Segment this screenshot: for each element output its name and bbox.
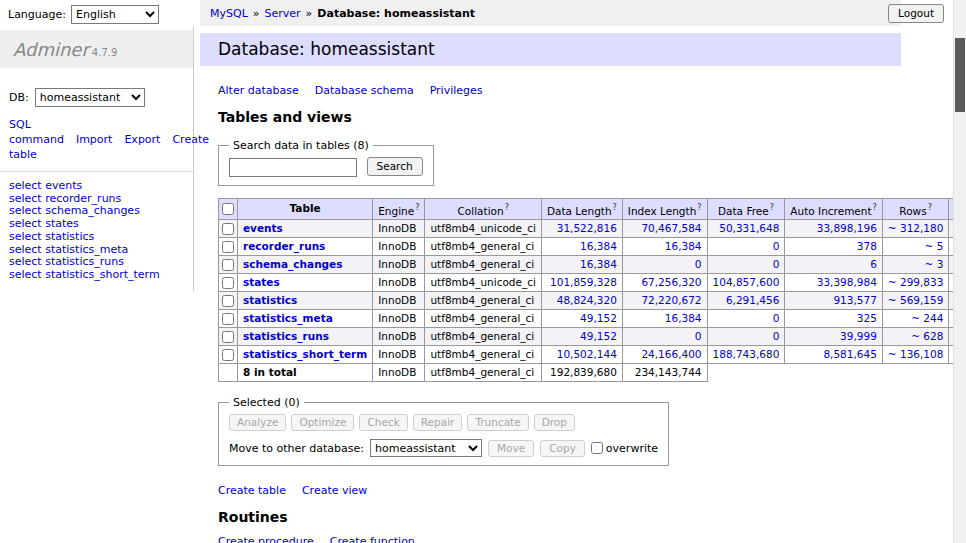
check-button[interactable]: Check — [359, 414, 407, 431]
vertical-scrollbar[interactable] — [953, 0, 966, 543]
overwrite-checkbox[interactable] — [591, 442, 603, 454]
logout-button[interactable]: Logout — [888, 4, 944, 23]
auto-increment-link[interactable]: 8,581,645 — [823, 348, 876, 360]
sidebar-action-link[interactable]: SQL command — [9, 118, 64, 146]
row-checkbox[interactable] — [222, 349, 234, 361]
auto-increment-link[interactable]: 39,999 — [840, 330, 877, 342]
sidebar-table-link[interactable]: select events — [9, 180, 184, 193]
data-length-cell: 16,384 — [541, 256, 622, 274]
table-name-link[interactable]: states — [243, 276, 280, 288]
search-button[interactable]: Search — [367, 157, 423, 176]
truncate-button[interactable]: Truncate — [467, 414, 528, 431]
table-row: statistics_metaInnoDButf8mb4_general_ci4… — [219, 310, 966, 328]
rows-cell: ~ 136,108 — [882, 346, 949, 364]
breadcrumb-link[interactable]: MySQL — [210, 7, 248, 20]
table-name-link[interactable]: statistics_meta — [243, 312, 333, 324]
data-length-cell: 49,152 — [541, 310, 622, 328]
column-header: Auto Increment? — [785, 198, 883, 220]
rows-link[interactable]: ~ 312,180 — [888, 222, 944, 234]
auto-increment-link[interactable]: 913,577 — [833, 294, 876, 306]
repair-button[interactable]: Repair — [413, 414, 463, 431]
auto-increment-link[interactable]: 33,398,984 — [817, 276, 877, 288]
index-length-link[interactable]: 70,467,584 — [641, 222, 701, 234]
data-length-link[interactable]: 16,384 — [580, 240, 617, 252]
routine-link[interactable]: Create function — [330, 535, 415, 543]
table-name-link[interactable]: statistics_runs — [243, 330, 329, 342]
row-checkbox[interactable] — [222, 223, 234, 235]
data-free-link[interactable]: 0 — [773, 258, 780, 270]
table-name-link[interactable]: schema_changes — [243, 258, 343, 270]
index-length-link[interactable]: 16,384 — [665, 240, 702, 252]
data-length-link[interactable]: 101,859,328 — [550, 276, 617, 288]
optimize-button[interactable]: Optimize — [291, 414, 354, 431]
db-select[interactable]: homeassistant — [35, 88, 145, 107]
engine-cell: InnoDB — [373, 274, 425, 292]
breadcrumb-link[interactable]: Server — [265, 7, 301, 20]
table-name-link[interactable]: statistics_short_term — [243, 348, 367, 360]
data-free-cell: 0 — [707, 238, 785, 256]
row-checkbox[interactable] — [222, 241, 234, 253]
auto-increment-cell: 6 — [785, 256, 883, 274]
auto-increment-link[interactable]: 378 — [857, 240, 877, 252]
index-length-link[interactable]: 67,256,320 — [641, 276, 701, 288]
create-link[interactable]: Create table — [218, 484, 286, 497]
row-checkbox[interactable] — [222, 313, 234, 325]
auto-increment-link[interactable]: 6 — [870, 258, 877, 270]
index-length-link[interactable]: 0 — [695, 258, 702, 270]
analyze-button[interactable]: Analyze — [229, 414, 286, 431]
overwrite-control[interactable]: overwrite — [591, 442, 658, 455]
db-link[interactable]: Privileges — [430, 84, 483, 97]
table-name-link[interactable]: events — [243, 222, 283, 234]
data-free-link[interactable]: 6,291,456 — [726, 294, 779, 306]
row-checkbox[interactable] — [222, 277, 234, 289]
rows-link[interactable]: ~ 299,833 — [888, 276, 944, 288]
row-checkbox[interactable] — [222, 331, 234, 343]
index-length-link[interactable]: 24,166,400 — [641, 348, 701, 360]
move-button[interactable]: Move — [488, 440, 534, 457]
rows-link[interactable]: ~ 3 — [925, 258, 944, 270]
data-length-link[interactable]: 10,502,144 — [557, 348, 617, 360]
scrollbar-thumb[interactable] — [955, 38, 965, 112]
rows-link[interactable]: ~ 5 — [925, 240, 944, 252]
move-db-select[interactable]: homeassistant — [370, 439, 482, 457]
data-length-link[interactable]: 48,824,320 — [557, 294, 617, 306]
data-free-link[interactable]: 50,331,648 — [719, 222, 779, 234]
db-link[interactable]: Database schema — [315, 84, 414, 97]
rows-link[interactable]: ~ 569,159 — [888, 294, 944, 306]
select-all-checkbox[interactable] — [222, 203, 234, 215]
data-free-link[interactable]: 104,857,600 — [713, 276, 780, 288]
sidebar-action-link[interactable]: Export — [124, 133, 160, 146]
data-length-link[interactable]: 49,152 — [580, 330, 617, 342]
data-length-link[interactable]: 31,522,816 — [557, 222, 617, 234]
drop-button[interactable]: Drop — [534, 414, 575, 431]
data-length-link[interactable]: 49,152 — [580, 312, 617, 324]
table-name-link[interactable]: recorder_runs — [243, 240, 325, 252]
data-free-link[interactable]: 0 — [773, 312, 780, 324]
table-name-link[interactable]: statistics — [243, 294, 297, 306]
sidebar-table-link[interactable]: select statistics — [9, 231, 184, 244]
db-link[interactable]: Alter database — [218, 84, 299, 97]
data-free-link[interactable]: 188,743,680 — [713, 348, 780, 360]
rows-link[interactable]: ~ 628 — [911, 330, 943, 342]
sidebar-table-link[interactable]: select states — [9, 218, 184, 231]
rows-link[interactable]: ~ 136,108 — [888, 348, 944, 360]
copy-button[interactable]: Copy — [540, 440, 585, 457]
rows-link[interactable]: ~ 244 — [911, 312, 943, 324]
search-input[interactable] — [229, 158, 357, 177]
auto-increment-link[interactable]: 325 — [857, 312, 877, 324]
data-length-link[interactable]: 16,384 — [580, 258, 617, 270]
auto-increment-link[interactable]: 33,898,196 — [817, 222, 877, 234]
sidebar-table-link[interactable]: select statistics_short_term — [9, 269, 184, 282]
data-free-link[interactable]: 0 — [773, 330, 780, 342]
row-checkbox[interactable] — [222, 259, 234, 271]
index-length-link[interactable]: 72,220,672 — [641, 294, 701, 306]
index-length-link[interactable]: 16,384 — [665, 312, 702, 324]
language-select[interactable]: English — [71, 5, 159, 24]
sidebar-action-link[interactable]: Import — [76, 133, 113, 146]
index-length-link[interactable]: 0 — [695, 330, 702, 342]
row-checkbox[interactable] — [222, 295, 234, 307]
create-link[interactable]: Create view — [302, 484, 367, 497]
main-content: Database: homeassistant Alter databaseDa… — [200, 26, 901, 543]
data-free-link[interactable]: 0 — [773, 240, 780, 252]
routine-link[interactable]: Create procedure — [218, 535, 314, 543]
